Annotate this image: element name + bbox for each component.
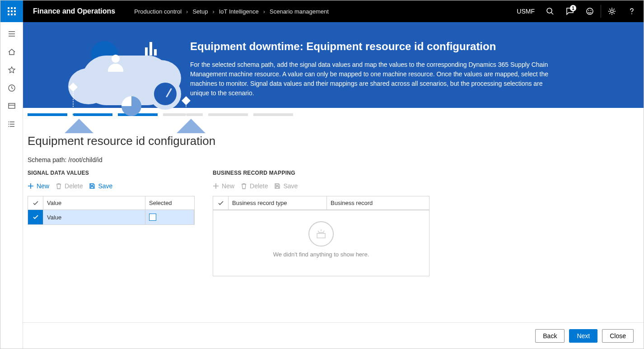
- feedback-button[interactable]: [580, 0, 600, 22]
- close-button[interactable]: Close: [602, 329, 634, 343]
- clock-icon: [8, 84, 16, 92]
- nav-workspaces[interactable]: [0, 98, 23, 114]
- select-all-checkbox[interactable]: [213, 196, 229, 209]
- chevron-right-icon: ›: [263, 8, 265, 15]
- back-button[interactable]: Back: [535, 329, 565, 343]
- chevron-right-icon: ›: [186, 8, 188, 15]
- signal-toolbar: New Delete Save: [28, 182, 195, 190]
- svg-point-18: [8, 121, 9, 122]
- save-button[interactable]: Save: [274, 182, 298, 190]
- col-record-type[interactable]: Business record type: [229, 196, 327, 209]
- svg-rect-8: [14, 14, 16, 15]
- breadcrumb-item[interactable]: Scenario management: [270, 8, 329, 15]
- delete-button[interactable]: Delete: [241, 182, 268, 190]
- breadcrumb-item[interactable]: Setup: [192, 8, 208, 15]
- signal-grid: Value Selected Value: [28, 196, 195, 225]
- col-value[interactable]: Value: [43, 196, 145, 209]
- nav-recent[interactable]: [0, 80, 23, 96]
- svg-rect-0: [8, 7, 9, 9]
- save-icon: [89, 183, 95, 189]
- row-selected[interactable]: [145, 210, 194, 224]
- svg-point-14: [611, 10, 613, 13]
- nav-hamburger[interactable]: [0, 26, 23, 42]
- chevron-right-icon: ›: [212, 8, 214, 15]
- row-value[interactable]: Value: [43, 210, 145, 224]
- svg-rect-17: [9, 103, 15, 108]
- svg-point-19: [8, 124, 9, 125]
- new-button[interactable]: New: [213, 182, 234, 190]
- hero-description: For the selected schema path, add the si…: [190, 60, 560, 98]
- notification-badge: 1: [570, 5, 576, 11]
- save-icon: [274, 183, 280, 189]
- signal-heading: SIGNAL DATA VALUES: [28, 170, 195, 176]
- nav-modules[interactable]: [0, 116, 23, 132]
- new-button[interactable]: New: [28, 182, 49, 190]
- save-button[interactable]: Save: [89, 182, 112, 190]
- notifications-button[interactable]: 1: [560, 0, 580, 22]
- company-code[interactable]: USMF: [511, 8, 540, 15]
- top-bar: Finance and Operations Production contro…: [0, 0, 644, 22]
- plus-icon: [28, 183, 34, 189]
- checkmark-icon: [218, 200, 224, 206]
- app-title: Finance and Operations: [23, 7, 125, 15]
- svg-point-12: [588, 10, 589, 11]
- breadcrumb-item[interactable]: Production control: [134, 8, 182, 15]
- svg-rect-2: [14, 7, 16, 9]
- nav-favorites[interactable]: [0, 62, 23, 78]
- mapping-toolbar: New Delete Save: [213, 182, 429, 190]
- svg-rect-3: [8, 10, 9, 12]
- hero-banner: Equipment downtime: Equipment resource i…: [23, 22, 644, 108]
- smiley-icon: [586, 7, 594, 15]
- empty-text: We didn't find anything to show here.: [213, 251, 429, 258]
- breadcrumb-item[interactable]: IoT Intelligence: [219, 8, 259, 15]
- empty-icon: [308, 221, 334, 247]
- list-icon: [8, 120, 16, 128]
- empty-state: We didn't find anything to show here.: [213, 210, 429, 276]
- breadcrumb: Production control › Setup › IoT Intelli…: [125, 8, 329, 15]
- nav-home[interactable]: [0, 44, 23, 60]
- search-icon: [546, 7, 554, 15]
- svg-point-13: [591, 10, 592, 11]
- search-button[interactable]: [540, 0, 560, 22]
- row-checkbox[interactable]: [28, 210, 43, 224]
- waffle-menu[interactable]: [0, 0, 23, 22]
- trash-icon: [241, 183, 247, 189]
- delete-button[interactable]: Delete: [56, 182, 83, 190]
- hamburger-icon: [8, 30, 16, 38]
- select-all-checkbox[interactable]: [28, 196, 43, 209]
- schema-path: Schema path: /root/child/id: [28, 156, 639, 163]
- hero-illustration: [23, 33, 190, 103]
- checkmark-icon: [33, 200, 39, 206]
- waffle-icon: [8, 7, 16, 15]
- workspace-icon: [8, 102, 16, 110]
- svg-rect-1: [11, 7, 13, 9]
- plus-icon: [213, 183, 219, 189]
- svg-point-20: [8, 126, 9, 127]
- col-selected[interactable]: Selected: [145, 196, 194, 209]
- svg-point-9: [547, 8, 552, 13]
- help-button[interactable]: [622, 0, 642, 22]
- settings-button[interactable]: [602, 0, 622, 22]
- wizard-footer: Back Next Close: [23, 322, 644, 349]
- checkmark-icon: [33, 214, 39, 220]
- svg-point-11: [587, 8, 593, 14]
- col-record[interactable]: Business record: [327, 196, 429, 209]
- help-icon: [628, 7, 636, 15]
- next-button[interactable]: Next: [569, 329, 597, 343]
- table-row[interactable]: Value: [28, 210, 194, 224]
- left-nav: [0, 22, 23, 349]
- svg-point-15: [631, 14, 632, 14]
- star-icon: [8, 66, 16, 74]
- svg-rect-5: [14, 10, 16, 12]
- page-title: Equipment resource id configuration: [28, 134, 639, 148]
- svg-rect-6: [8, 14, 9, 15]
- progress-steps: [23, 108, 644, 116]
- hero-title: Equipment downtime: Equipment resource i…: [190, 40, 616, 53]
- mapping-heading: BUSINESS RECORD MAPPING: [213, 170, 429, 176]
- svg-rect-4: [11, 10, 13, 12]
- svg-rect-7: [11, 14, 13, 15]
- gear-icon: [608, 7, 616, 15]
- home-icon: [8, 48, 16, 56]
- mapping-grid: Business record type Business record: [213, 196, 429, 210]
- svg-line-10: [551, 13, 553, 14]
